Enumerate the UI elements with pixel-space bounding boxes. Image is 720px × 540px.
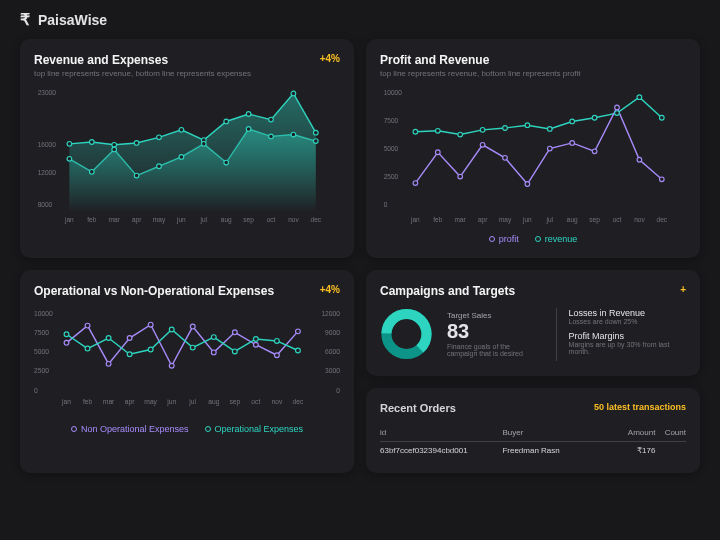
svg-text:feb: feb [433,216,442,223]
svg-point-64 [570,141,575,146]
svg-text:jan: jan [61,398,71,406]
svg-text:5000: 5000 [34,348,49,355]
svg-text:9000: 9000 [325,329,340,336]
svg-point-111 [232,349,237,354]
revenue-expenses-card: Revenue and Expenses top line represents… [20,39,354,258]
svg-point-52 [570,119,575,124]
svg-text:mar: mar [455,216,467,223]
card-title: Revenue and Expenses [34,53,251,67]
svg-point-56 [659,115,664,120]
svg-text:10000: 10000 [384,89,402,96]
svg-text:6000: 6000 [325,348,340,355]
svg-text:jul: jul [546,216,554,224]
svg-text:0: 0 [384,201,388,208]
card-title: Operational vs Non-Operational Expenses [34,284,274,298]
svg-point-51 [547,127,552,132]
svg-point-63 [547,146,552,151]
donut-chart [380,306,433,362]
svg-text:feb: feb [83,398,93,405]
svg-point-93 [106,361,111,366]
svg-text:0: 0 [336,387,340,394]
svg-point-59 [458,174,463,179]
svg-point-12 [246,112,251,117]
svg-point-100 [253,342,258,347]
svg-text:7500: 7500 [34,329,49,336]
svg-point-65 [592,149,597,154]
svg-text:feb: feb [87,216,96,223]
svg-point-62 [525,182,530,187]
svg-point-55 [637,95,642,100]
svg-point-104 [85,346,90,351]
target-value: 83 [447,320,542,343]
svg-point-102 [296,329,301,334]
svg-point-96 [169,363,174,368]
card-subtitle: top line represents revenue, bottom line… [380,69,581,78]
svg-point-5 [89,140,94,145]
card-subtitle: top line represents revenue, bottom line… [34,69,251,78]
svg-point-99 [232,330,237,335]
chart-profit-revenue: 10000 7500 5000 2500 0 janfebmaraprmayju… [380,86,686,226]
table-header: idBuyerAmountCount [380,424,686,442]
svg-point-6 [112,142,117,147]
svg-text:mar: mar [103,398,115,405]
svg-text:oct: oct [613,216,622,223]
svg-text:8000: 8000 [38,201,53,208]
svg-text:may: may [153,216,166,224]
svg-point-106 [127,352,132,357]
svg-point-67 [637,157,642,162]
svg-point-47 [458,132,463,137]
svg-text:sep: sep [229,398,240,406]
svg-point-49 [503,126,508,131]
svg-point-48 [480,128,485,133]
chart-op-nonop: 100007500500025000 120009000600030000 ja… [34,306,340,416]
dot-icon [205,426,211,432]
rupee-icon: ₹ [20,10,30,29]
svg-point-9 [179,128,184,133]
svg-point-94 [127,336,132,341]
card-title: Campaigns and Targets [380,284,515,298]
svg-text:16000: 16000 [38,141,56,148]
svg-point-68 [659,177,664,182]
svg-text:jan: jan [64,216,74,224]
svg-text:nov: nov [271,398,282,405]
svg-point-7 [134,141,139,146]
svg-point-27 [313,139,318,144]
svg-point-17 [89,170,94,175]
svg-point-107 [148,347,153,352]
svg-point-57 [413,181,418,186]
svg-text:2500: 2500 [34,367,49,374]
svg-point-13 [269,117,274,122]
profit-revenue-card: Profit and Revenue top line represents r… [366,39,700,258]
table-row[interactable]: 63bf7ccef032394cbd001Freedman Rasn₹176 [380,442,686,459]
svg-text:aug: aug [221,216,232,224]
chart-revenue-expenses: 23000 16000 12000 8000 janfebmaraprmayju… [34,86,340,226]
pct-badge: +4% [320,284,340,295]
svg-point-14 [291,91,296,96]
svg-text:12000: 12000 [321,310,340,317]
svg-point-98 [211,350,216,355]
svg-point-16 [67,156,72,161]
pct-badge: + [680,284,686,295]
svg-text:7500: 7500 [384,117,399,124]
xaxis: janfebmaraprmayjunjulaugsepoctnovdec [64,216,322,224]
svg-point-25 [269,134,274,139]
svg-point-53 [592,115,597,120]
svg-text:may: may [144,398,157,406]
svg-text:jul: jul [200,216,208,224]
svg-text:jun: jun [522,216,532,224]
svg-text:aug: aug [208,398,219,406]
svg-point-105 [106,336,111,341]
svg-point-91 [64,340,69,345]
svg-point-108 [169,327,174,332]
svg-text:aug: aug [567,216,578,224]
dot-icon [71,426,77,432]
svg-point-97 [190,324,195,329]
svg-text:10000: 10000 [34,310,53,317]
svg-text:nov: nov [288,216,299,223]
svg-text:jul: jul [188,398,196,406]
svg-point-54 [615,111,620,116]
svg-text:nov: nov [634,216,645,223]
svg-text:sep: sep [243,216,254,224]
card-title: Profit and Revenue [380,53,581,67]
svg-text:apr: apr [478,216,488,224]
